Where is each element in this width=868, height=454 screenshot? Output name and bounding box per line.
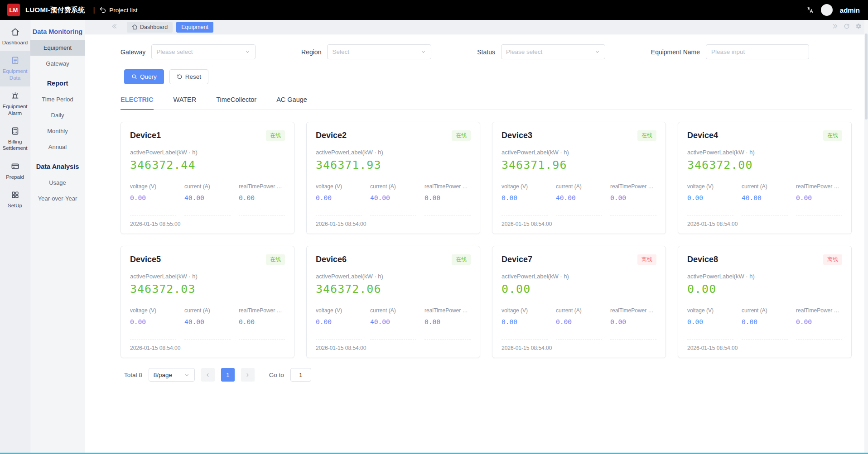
active-power-value: 346371.96 — [502, 158, 656, 172]
region-select[interactable]: Select — [327, 44, 431, 59]
topbar-right: admin — [806, 4, 860, 16]
realtime-power-label: realTimePower … — [239, 307, 285, 314]
voltage-label: voltage (V) — [316, 183, 362, 190]
sidebar-item-billing-settlement[interactable]: Billing Settlement — [0, 122, 30, 157]
scrollbar[interactable] — [864, 20, 868, 453]
app-root: LM LUOMI-预付费系统 | Project list admin Dash… — [0, 0, 868, 454]
tab-dashboard-label: Dashboard — [140, 24, 168, 30]
active-power-label: activePowerLabel(kW · h) — [502, 149, 656, 156]
topbar-separator: | — [93, 6, 95, 14]
reset-button[interactable]: Reset — [169, 69, 208, 84]
last-update-time: 2026-01-15 08:54:00 — [316, 345, 471, 351]
realtime-power-label: realTimePower … — [239, 183, 285, 190]
pagination-total: Total 8 — [124, 372, 142, 378]
status-badge: 离线 — [823, 254, 842, 265]
sidebar-item-prepaid[interactable]: Prepaid — [0, 157, 30, 186]
translate-icon[interactable] — [806, 6, 814, 14]
submenu-section: Data Analysis UsageYear-over-Year — [30, 155, 85, 206]
last-update-time: 2026-01-15 08:54:00 — [130, 345, 285, 351]
submenu-item-daily[interactable]: Daily — [30, 107, 85, 123]
active-power-value: 346372.00 — [687, 158, 842, 172]
submenu-item-equipment[interactable]: Equipment — [30, 40, 85, 56]
body-columns: Dashboard Equipment Data Equipment Alarm… — [0, 20, 868, 453]
current-value: 40.00 — [742, 194, 788, 201]
tabs-scroll-left-icon[interactable] — [111, 23, 118, 31]
current-value: 40.00 — [370, 194, 416, 201]
avatar[interactable] — [821, 4, 833, 16]
submenu-title-data-analysis: Data Analysis — [30, 155, 85, 175]
status-badge: 在线 — [823, 130, 842, 141]
submenu-item-annual[interactable]: Annual — [30, 139, 85, 155]
refresh-icon[interactable] — [844, 23, 850, 31]
project-list-link[interactable]: Project list — [99, 6, 137, 14]
status-label: Status — [477, 48, 495, 56]
prepaid-icon — [11, 162, 19, 171]
status-badge: 在线 — [452, 130, 471, 141]
status-select[interactable]: Please select — [501, 44, 605, 59]
gateway-label: Gateway — [121, 48, 145, 56]
icon-sidebar: Dashboard Equipment Data Equipment Alarm… — [0, 20, 30, 453]
prev-icon — [205, 372, 211, 378]
active-power-value: 346372.03 — [130, 282, 285, 296]
category-tab-timecollector[interactable]: TimeCollector — [216, 96, 256, 110]
equipment-name-label: Equipment Name — [651, 48, 700, 56]
submenu-section: Data Monitoring EquipmentGateway — [30, 20, 85, 72]
sidebar-item-dashboard[interactable]: Dashboard — [0, 23, 30, 51]
page-size-select[interactable]: 8/page — [149, 368, 195, 382]
active-power-value: 346372.44 — [130, 158, 285, 172]
submenu-item-gateway[interactable]: Gateway — [30, 56, 85, 72]
tabs-scroll-right-icon[interactable] — [832, 23, 838, 31]
submenu-item-time-period[interactable]: Time Period — [30, 91, 85, 107]
tab-dashboard[interactable]: Dashboard — [127, 22, 173, 33]
current-label: current (A) — [370, 183, 416, 190]
prev-page-button[interactable] — [201, 368, 215, 382]
submenu-item-monthly[interactable]: Monthly — [30, 123, 85, 139]
scrollbar-thumb[interactable] — [865, 33, 868, 119]
goto-page-input[interactable] — [290, 368, 311, 382]
current-label: current (A) — [556, 183, 602, 190]
sidebar-item-equipment-alarm[interactable]: Equipment Alarm — [0, 86, 30, 122]
active-power-label: activePowerLabel(kW · h) — [316, 149, 471, 156]
voltage-label: voltage (V) — [502, 307, 548, 314]
last-update-time: 2026-01-15 08:54:00 — [316, 221, 471, 227]
current-label: current (A) — [742, 183, 788, 190]
gateway-select[interactable]: Please select — [151, 44, 256, 59]
settings-gear-icon[interactable] — [855, 23, 862, 31]
submenu-section: Report Time PeriodDailyMonthlyAnnual — [30, 72, 85, 155]
active-power-value: 0.00 — [502, 282, 656, 296]
realtime-power-value: 0.00 — [424, 318, 471, 325]
device-name: Device2 — [316, 131, 347, 140]
equipment-name-input[interactable] — [706, 44, 809, 59]
current-value: 40.00 — [370, 318, 416, 325]
tab-equipment[interactable]: Equipment — [176, 22, 213, 33]
voltage-value: 0.00 — [502, 318, 548, 325]
page-1-button[interactable]: 1 — [221, 368, 235, 382]
submenu-item-usage[interactable]: Usage — [30, 175, 85, 191]
status-badge: 在线 — [637, 130, 656, 141]
voltage-value: 0.00 — [687, 194, 733, 201]
current-label: current (A) — [370, 307, 416, 314]
status-badge: 在线 — [266, 254, 285, 265]
submenu-item-year-over-year[interactable]: Year-over-Year — [30, 191, 85, 206]
query-button[interactable]: Query — [124, 69, 164, 84]
active-power-label: activePowerLabel(kW · h) — [687, 149, 842, 156]
voltage-label: voltage (V) — [130, 307, 176, 314]
voltage-label: voltage (V) — [687, 183, 733, 190]
device-card-device2: Device2 在线 activePowerLabel(kW · h) 3463… — [306, 122, 480, 234]
sidebar-item-equipment-data[interactable]: Equipment Data — [0, 51, 30, 86]
pagination: Total 8 8/page 1 — [124, 368, 852, 390]
submenu: Data Monitoring EquipmentGateway Report … — [30, 20, 85, 453]
category-tab-electric[interactable]: ELECTRIC — [121, 96, 154, 110]
realtime-power-label: realTimePower … — [610, 183, 656, 190]
active-power-value: 346372.06 — [316, 282, 471, 296]
device-name: Device1 — [130, 131, 161, 140]
gateway-select-placeholder: Please select — [156, 48, 193, 55]
realtime-power-value: 0.00 — [239, 318, 285, 325]
next-page-button[interactable] — [241, 368, 255, 382]
category-tab-water[interactable]: WATER — [174, 96, 197, 110]
category-tab-ac-gauge[interactable]: AC Gauge — [276, 96, 307, 110]
current-label: current (A) — [556, 307, 602, 314]
category-tabs: ELECTRICWATERTimeCollectorAC Gauge — [121, 96, 852, 110]
sidebar-item-setup[interactable]: SetUp — [0, 186, 30, 214]
realtime-power-value: 0.00 — [610, 318, 656, 325]
